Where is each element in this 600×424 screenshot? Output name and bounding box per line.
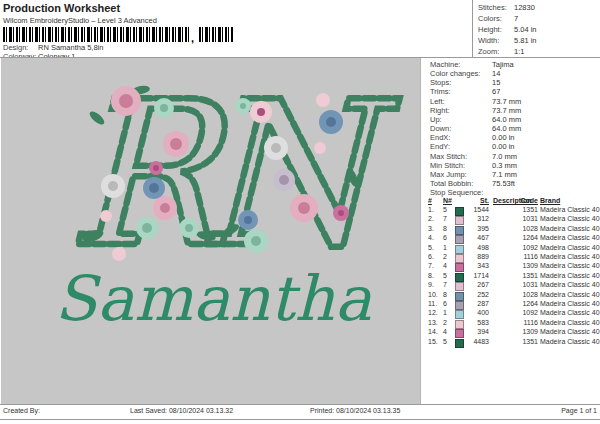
production-worksheet-page: Production Worksheet Wilcom EmbroiderySt… [0, 0, 600, 424]
design-barcode: , [3, 27, 233, 42]
machine-info-row: Trims:67 [430, 87, 598, 96]
design-label: Design: [3, 43, 28, 52]
machine-info-row: Right:73.7 mm [430, 106, 598, 115]
barcode-bars [199, 27, 233, 42]
machine-info-row: Down:64.0 mm [430, 124, 598, 133]
machine-info-row: Stops:15 [430, 78, 598, 87]
barcode-bars [3, 27, 189, 42]
app-subtitle: Wilcom EmbroideryStudio – Level 3 Advanc… [3, 16, 157, 25]
stop-sequence-header: # N# St. Description Code Brand [428, 197, 600, 206]
stop-sequence-row: 6.28891116Madeira Classic 40 [428, 253, 600, 262]
footer-created-by: Created By: [3, 407, 40, 414]
machine-info-row: Up:64.0 mm [430, 115, 598, 124]
name-script-text: Samantha [55, 262, 372, 335]
stop-sequence-row: 7.43431309Madeira Classic 40 [428, 262, 600, 271]
stop-sequence-row: 15.544831351Madeira Classic 40 [428, 338, 600, 347]
barcode-comma: , [191, 32, 194, 44]
stop-sequence-title: Stop Sequence: [430, 188, 483, 197]
stop-sequence-row: 3.83951028Madeira Classic 40 [428, 225, 600, 234]
stop-sequence-row: 9.72671031Madeira Classic 40 [428, 281, 600, 290]
footer-page-number: Page 1 of 1 [561, 407, 597, 414]
thread-color-swatch [455, 282, 464, 291]
design-preview-canvas: R N [1, 58, 421, 404]
stat-zoom: Zoom:1:1 [478, 47, 499, 57]
thread-color-swatch [455, 329, 464, 338]
footer-printed: Printed: 08/10/2024 03.13.35 [310, 407, 400, 414]
machine-info-row: EndX:0.00 in [430, 133, 598, 142]
stop-sequence-row: 4.64671264Madeira Classic 40 [428, 234, 600, 243]
floral-monogram-art: R N [1, 58, 419, 404]
machine-info-row: EndY:0.00 in [430, 142, 598, 151]
stop-sequence-row: 14.43941309Madeira Classic 40 [428, 328, 600, 337]
footer-divider-bottom [0, 419, 600, 420]
machine-info-row: Max Stitch:7.0 mm [430, 152, 598, 161]
monogram-letter-n: N [197, 58, 400, 291]
stop-sequence-row: 8.517141351Madeira Classic 40 [428, 272, 600, 281]
stop-sequence-row: 10.82521028Madeira Classic 40 [428, 291, 600, 300]
page-title: Production Worksheet [3, 2, 120, 14]
stop-sequence-row: 2.73121031Madeira Classic 40 [428, 215, 600, 224]
stat-height: Height:5.04 in [478, 25, 502, 35]
machine-info-row: Machine:Tajima [430, 60, 598, 69]
machine-info-row: Max Jump:7.1 mm [430, 170, 598, 179]
footer-divider-top [0, 404, 600, 405]
footer-last-saved: Last Saved: 08/10/2024 03.13.32 [130, 407, 233, 414]
thread-color-swatch [455, 216, 464, 225]
thread-color-swatch [455, 235, 464, 244]
stop-sequence-row: 1.515441351Madeira Classic 40 [428, 206, 600, 215]
stop-sequence-row: 5.14981092Madeira Classic 40 [428, 244, 600, 253]
stat-colors: Colors:7 [478, 14, 502, 24]
stat-stitches: Stitches:12830 [478, 3, 507, 13]
thread-color-swatch [455, 339, 464, 348]
stop-sequence-row: 12.14001092Madeira Classic 40 [428, 309, 600, 318]
stop-sequence-row: 11.62871264Madeira Classic 40 [428, 300, 600, 309]
stat-width: Width:5.81 in [478, 36, 499, 46]
machine-info-row: Color changes:14 [430, 69, 598, 78]
stats-panel: Stitches:12830 Colors:7 Height:5.04 in W… [472, 0, 600, 57]
design-value: RN Samantha 5,8in [38, 43, 103, 52]
thread-color-swatch [455, 310, 464, 319]
thread-color-swatch [455, 263, 464, 272]
machine-info-row: Total Bobbin:75.53ft [430, 179, 598, 188]
stop-sequence-row: 13.25831116Madeira Classic 40 [428, 319, 600, 328]
design-row: Design: RN Samantha 5,8in [3, 43, 28, 52]
machine-info-row: Min Stitch:0.3 mm [430, 161, 598, 170]
machine-info-row: Left:73.7 mm [430, 97, 598, 106]
